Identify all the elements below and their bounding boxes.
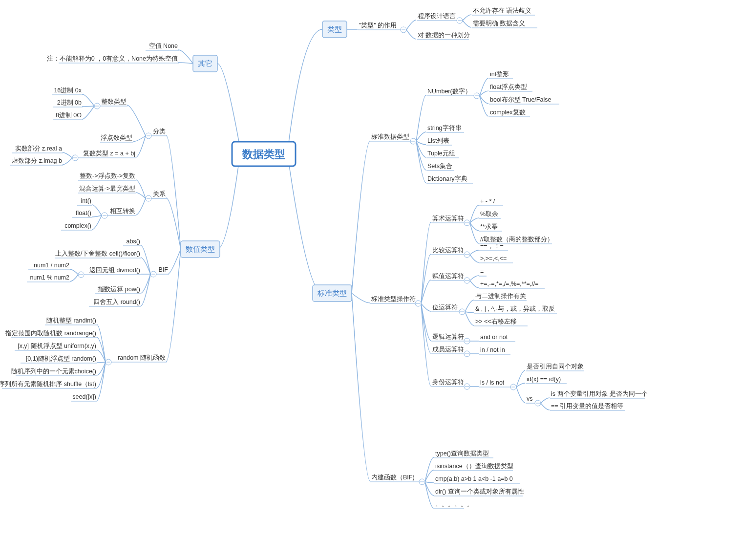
svg-text:相互转换: 相互转换 <box>110 208 135 215</box>
svg-text:>> <<右移左移: >> <<右移左移 <box>475 318 517 325</box>
leaf: 注：不能解释为0 ，0有意义，None为特殊空值 <box>47 55 178 62</box>
svg-text:cmp(a,b)  a>b 1 a<b -1 a=b 0: cmp(a,b) a>b 1 a<b -1 a=b 0 <box>435 475 513 482</box>
svg-text:>,>=,<,<=: >,>=,<,<= <box>480 255 507 262</box>
svg-text:是否引用自同个对象: 是否引用自同个对象 <box>527 363 584 370</box>
svg-text:bool布尔型  True/False: bool布尔型 True/False <box>490 96 551 103</box>
svg-text:string字符串: string字符串 <box>427 124 462 131</box>
svg-text:**求幂: **求幂 <box>480 223 498 230</box>
svg-text:seed([x]): seed([x]) <box>72 393 96 400</box>
svg-text:& , | , ^,-与，或，异或，取反: & , | , ^,-与，或，异或，取反 <box>475 305 555 312</box>
svg-text:不允许存在  语法歧义: 不允许存在 语法歧义 <box>473 7 531 14</box>
svg-text:Tuple元组: Tuple元组 <box>427 150 455 157</box>
link <box>288 159 322 293</box>
svg-text:位运算符: 位运算符 <box>432 304 458 311</box>
svg-text:复数类型 z = a + bj: 复数类型 z = a + bj <box>83 150 135 157</box>
leaf: 空值 None <box>149 43 178 49</box>
svg-text:对 数据的一种划分: 对 数据的一种划分 <box>418 32 470 39</box>
svg-text:算术运算符: 算术运算符 <box>432 215 464 222</box>
svg-text:num1 % num2: num1 % num2 <box>30 274 69 281</box>
svg-text:%取余: %取余 <box>480 211 498 217</box>
svg-text:List列表: List列表 <box>427 137 449 144</box>
svg-text:float浮点类型: float浮点类型 <box>490 84 527 90</box>
node-classify: 分类 <box>153 128 166 135</box>
svg-text:实数部分 z.real a: 实数部分 z.real a <box>15 145 63 152</box>
svg-text:16进制  0x: 16进制 0x <box>54 87 82 94</box>
svg-text:数值类型: 数值类型 <box>186 245 215 253</box>
svg-text:and  or not: and or not <box>480 334 508 341</box>
svg-text:成员运算符: 成员运算符 <box>432 346 464 353</box>
svg-text:"类型" 的作用: "类型" 的作用 <box>359 22 397 29</box>
svg-text:随机整型 randint(): 随机整型 randint() <box>46 317 96 324</box>
svg-text:随机序列中的一个元素choice(): 随机序列中的一个元素choice() <box>11 367 96 375</box>
svg-text:将序列所有元素随机排序 shuffle（lst): 将序列所有元素随机排序 shuffle（lst) <box>0 380 96 388</box>
svg-text:+ - * /: + - * / <box>480 198 495 205</box>
link <box>217 159 239 249</box>
svg-text:逻辑运算符: 逻辑运算符 <box>432 333 464 340</box>
svg-text:num1 / num2: num1 / num2 <box>34 262 69 269</box>
svg-text:complex(): complex() <box>64 222 91 229</box>
svg-text:==，！=: ==，！= <box>480 243 504 250</box>
svg-text:id(x) == id(y): id(x) == id(y) <box>527 376 561 383</box>
svg-text:关系: 关系 <box>153 191 166 197</box>
svg-text:[x,y] 随机浮点型 uniform(x,y): [x,y] 随机浮点型 uniform(x,y) <box>18 343 96 349</box>
svg-text:上入整数/下舍整数 ceil()/floor(): 上入整数/下舍整数 ceil()/floor() <box>55 250 140 257</box>
svg-text:Sets集合: Sets集合 <box>427 163 452 170</box>
svg-text:其它: 其它 <box>198 59 212 67</box>
svg-text:[0,1)随机浮点型 random(): [0,1)随机浮点型 random() <box>26 355 96 362</box>
svg-text:isinstance（）查询数据类型: isinstance（）查询数据类型 <box>435 463 513 470</box>
svg-text:int整形: int整形 <box>490 71 509 78</box>
svg-text:float(): float() <box>76 210 91 216</box>
link <box>288 29 322 147</box>
svg-text:dir() 查询一个类或对象所有属性: dir() 查询一个类或对象所有属性 <box>435 488 524 495</box>
svg-text:。。。。。。: 。。。。。。 <box>435 501 473 508</box>
svg-text:is 两个变量引用对象 是否为同一个: is 两个变量引用对象 是否为同一个 <box>551 390 648 397</box>
svg-text:赋值运算符: 赋值运算符 <box>432 273 464 280</box>
svg-text:type()查询数据类型: type()查询数据类型 <box>435 450 489 457</box>
mindmap: 数据类型 其它 空值 None 注：不能解释为0 ，0有意义，None为特殊空值… <box>0 0 742 560</box>
svg-text:=: = <box>480 268 484 275</box>
svg-text:+=,-=,*=,/=,%=,**=,//=: +=,-=,*=,/=,%=,**=,//= <box>480 280 539 287</box>
svg-text:指定范围内取随机数 randrange(): 指定范围内取随机数 randrange() <box>5 330 96 337</box>
leaf: 整数类型 <box>101 98 127 105</box>
svg-text:BIF: BIF <box>159 266 169 273</box>
svg-text:混合运算->最宽类型: 混合运算->最宽类型 <box>79 185 135 192</box>
svg-text:虚数部分 z.imag b: 虚数部分 z.imag b <box>12 157 62 164</box>
svg-text:== 引用变量的值是否相等: == 引用变量的值是否相等 <box>551 403 623 409</box>
svg-text:abs(): abs() <box>127 238 140 245</box>
svg-text:int(): int() <box>81 197 91 204</box>
svg-text:整数->浮点数->复数: 整数->浮点数->复数 <box>80 172 135 179</box>
svg-text:is / is not: is / is not <box>480 379 505 386</box>
svg-text://取整数（商的整数部分）: //取整数（商的整数部分） <box>480 236 553 243</box>
link <box>217 64 239 144</box>
svg-text:比较运算符: 比较运算符 <box>432 247 464 254</box>
svg-text:返回元组 divmod(): 返回元组 divmod() <box>89 267 140 274</box>
svg-text:in / not in: in / not in <box>480 346 505 353</box>
svg-text:vs: vs <box>527 395 533 402</box>
svg-text:与二进制操作有关: 与二进制操作有关 <box>475 293 526 300</box>
svg-text:random  随机函数: random 随机函数 <box>118 354 166 361</box>
svg-text:需要明确    数据含义: 需要明确 数据含义 <box>473 20 525 27</box>
svg-text:身份运算符: 身份运算符 <box>432 379 464 386</box>
svg-text:程序设计语言: 程序设计语言 <box>418 12 456 20</box>
svg-text:标准数据类型: 标准数据类型 <box>371 133 409 140</box>
svg-text:标准类型操作符: 标准类型操作符 <box>371 296 416 302</box>
svg-text:浮点数类型: 浮点数类型 <box>101 134 132 141</box>
svg-text:类型: 类型 <box>327 25 342 33</box>
svg-text:指数运算 pow(): 指数运算 pow() <box>97 286 140 293</box>
root-text: 数据类型 <box>242 148 285 160</box>
svg-text:Dictionary字典: Dictionary字典 <box>427 175 467 182</box>
svg-text:NUmber(数字）: NUmber(数字） <box>427 87 471 95</box>
svg-text:四舍五入  round(): 四舍五入 round() <box>93 299 140 305</box>
svg-text:8进制 0O: 8进制 0O <box>56 112 82 119</box>
svg-text:2进制  0b: 2进制 0b <box>57 99 82 106</box>
svg-text:内建函数（BIF): 内建函数（BIF) <box>371 474 415 481</box>
svg-text:complex复数: complex复数 <box>490 109 526 116</box>
svg-text:标准类型: 标准类型 <box>317 289 347 297</box>
